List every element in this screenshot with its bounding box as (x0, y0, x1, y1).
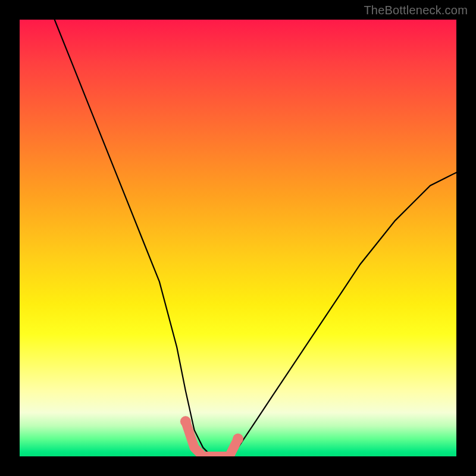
optimal-range-endpoint (233, 434, 243, 444)
optimal-range-endpoint (180, 416, 191, 427)
gradient-plot-area (20, 20, 456, 456)
watermark-text: TheBottleneck.com (364, 4, 468, 17)
chart-container: TheBottleneck.com (0, 0, 476, 476)
optimal-range-marker (180, 416, 243, 456)
bottleneck-curve (55, 20, 456, 456)
chart-overlay (20, 20, 456, 456)
